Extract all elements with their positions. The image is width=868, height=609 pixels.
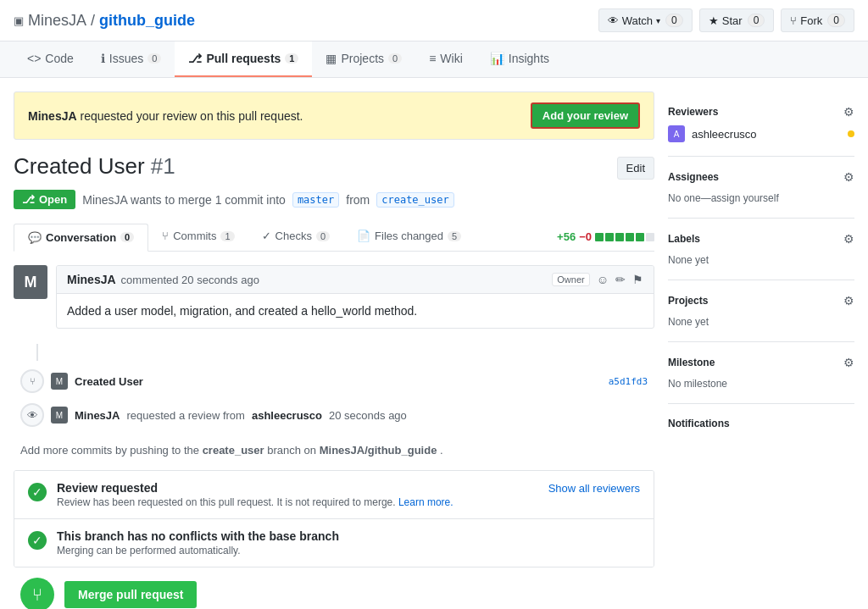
diff-box-6 xyxy=(646,233,654,241)
fork-button[interactable]: ⑂ Fork 0 xyxy=(781,8,854,32)
timeline-line xyxy=(36,344,38,361)
sidebar-reviewers: Reviewers ⚙ A ashleecrusco xyxy=(668,91,854,157)
fork-count: 0 xyxy=(827,14,845,27)
milestone-empty: No milestone xyxy=(668,378,727,390)
conversation-label: Conversation xyxy=(46,231,116,244)
timeline-review: 👁 M MinesJA requested a review from ashl… xyxy=(20,396,648,434)
edit-button[interactable]: Edit xyxy=(617,157,654,180)
review-author: MinesJA xyxy=(75,409,120,422)
projects-empty: None yet xyxy=(668,316,709,328)
repo-owner[interactable]: MinesJA xyxy=(28,12,86,30)
milestone-gear[interactable]: ⚙ xyxy=(843,356,854,369)
insights-icon: 📊 xyxy=(490,52,504,65)
projects-sidebar-title: Projects xyxy=(668,295,708,307)
add-review-button[interactable]: Add your review xyxy=(531,102,640,129)
subtab-checks[interactable]: ✓ Checks 0 xyxy=(248,223,343,251)
commit-avatar-sm: M xyxy=(51,373,68,390)
comment-wrapper: M MinesJA commented 20 seconds ago Owner… xyxy=(14,265,654,329)
from-text: from xyxy=(346,193,370,207)
push-after: branch on xyxy=(267,444,316,457)
subtab-fileschanged[interactable]: 📄 Files changed 5 xyxy=(343,223,475,251)
checks-count: 0 xyxy=(316,231,330,241)
emoji-button[interactable]: ☺ xyxy=(597,273,609,286)
milestone-title: Milestone xyxy=(668,357,715,368)
pr-meta-text: MinesJA wants to merge 1 commit into xyxy=(82,193,286,207)
eye-timeline-icon: 👁 xyxy=(20,403,44,427)
diff-box-4 xyxy=(626,233,634,241)
fileschanged-count: 5 xyxy=(448,231,461,241)
base-branch: master xyxy=(292,192,339,208)
assignees-title: Assignees xyxy=(668,171,719,183)
repo-icon: ▣ xyxy=(14,14,24,27)
subtab-conversation[interactable]: 💬 Conversation 0 xyxy=(14,224,148,252)
sidebar: Reviewers ⚙ A ashleecrusco Assignees ⚙ N… xyxy=(668,91,854,609)
reviewer-pending-dot xyxy=(848,130,854,137)
commit-hash: a5d1fd3 xyxy=(609,376,648,387)
diff-boxes xyxy=(595,233,654,241)
eye-icon: 👁 xyxy=(608,14,619,27)
wiki-icon: ≡ xyxy=(429,52,436,65)
subtab-commits[interactable]: ⑂ Commits 1 xyxy=(148,223,248,251)
conversation-icon: 💬 xyxy=(28,231,42,244)
checks-icon: ✓ xyxy=(262,230,271,242)
reviewer-name[interactable]: ashleecrusco xyxy=(692,128,757,141)
projects-icon: ▦ xyxy=(326,52,337,65)
insights-label: Insights xyxy=(509,52,549,65)
assignees-gear[interactable]: ⚙ xyxy=(843,170,854,184)
check-merge-title: This branch has no conflicts with the ba… xyxy=(57,529,339,543)
labels-empty: None yet xyxy=(668,254,709,266)
check-review-item: ✓ Review requested Show all reviewers Re… xyxy=(14,471,654,519)
flag-icon[interactable]: ⚑ xyxy=(632,273,643,286)
tab-code[interactable]: <> Code xyxy=(14,42,87,77)
repo-name[interactable]: github_guide xyxy=(99,12,195,30)
tab-pullrequests[interactable]: ⎇ Pull requests 1 xyxy=(175,42,312,77)
banner-username: MinesJA xyxy=(28,109,77,123)
status-checks: ✓ Review requested Show all reviewers Re… xyxy=(14,470,654,567)
diff-box-2 xyxy=(605,233,614,241)
review-time: 20 seconds ago xyxy=(329,409,407,422)
commits-label: Commits xyxy=(173,230,216,242)
tab-insights[interactable]: 📊 Insights xyxy=(476,42,563,77)
watch-label: Watch xyxy=(622,14,653,27)
diff-box-3 xyxy=(615,233,624,241)
diff-box-1 xyxy=(595,233,604,241)
learn-more-link[interactable]: Learn more. xyxy=(398,496,453,508)
star-button[interactable]: ★ Star 0 xyxy=(699,8,775,32)
watch-button[interactable]: 👁 Watch ▾ 0 xyxy=(598,8,693,32)
check-merge-item: ✓ This branch has no conflicts with the … xyxy=(14,519,654,567)
fork-label: Fork xyxy=(800,14,822,27)
check-merge-icon: ✓ xyxy=(28,531,47,550)
nav-tabs: <> Code ℹ Issues 0 ⎇ Pull requests 1 ▦ P… xyxy=(0,42,868,78)
projects-gear[interactable]: ⚙ xyxy=(843,294,854,307)
tab-projects[interactable]: ▦ Projects 0 xyxy=(312,42,415,77)
reviewers-gear[interactable]: ⚙ xyxy=(843,105,854,119)
labels-gear[interactable]: ⚙ xyxy=(843,232,854,246)
primary-content: MinesJA requested your review on this pu… xyxy=(14,91,654,609)
merge-left-icon: ⑂ xyxy=(20,578,54,609)
sidebar-assignees: Assignees ⚙ No one—assign yourself xyxy=(668,157,854,219)
notifications-title: Notifications xyxy=(668,418,730,429)
commits-icon: ⑂ xyxy=(162,230,169,242)
show-reviewers-link[interactable]: Show all reviewers xyxy=(548,482,640,495)
edit-icon[interactable]: ✏ xyxy=(615,273,626,286)
tab-issues[interactable]: ℹ Issues 0 xyxy=(87,42,175,77)
merge-button[interactable]: Merge pull request xyxy=(64,581,197,608)
review-text: requested a review from xyxy=(126,409,244,422)
timeline-commit-item xyxy=(20,339,648,366)
notifications-header: Notifications xyxy=(668,418,854,429)
sub-tabs: 💬 Conversation 0 ⑂ Commits 1 ✓ Checks 0 … xyxy=(14,223,654,252)
pr-open-icon: ⎇ xyxy=(22,193,35,206)
tab-wiki[interactable]: ≡ Wiki xyxy=(415,42,476,77)
check-review-content: Review requested Show all reviewers Revi… xyxy=(57,481,640,508)
comment-time: commented 20 seconds ago xyxy=(121,274,259,286)
timeline: ⑂ M Created User a5d1fd3 👁 M MinesJA req… xyxy=(14,339,654,434)
fork-icon: ⑂ xyxy=(790,14,797,27)
pr-meta: ⎇ Open MinesJA wants to merge 1 commit i… xyxy=(14,190,654,209)
milestone-header: Milestone ⚙ xyxy=(668,356,854,369)
pr-status: Open xyxy=(39,193,67,206)
comment-box: MinesJA commented 20 seconds ago Owner ☺… xyxy=(56,265,654,329)
conversation-count: 0 xyxy=(120,232,134,242)
sidebar-labels: Labels ⚙ None yet xyxy=(668,219,854,280)
check-review-desc-text: Review has been requested on this pull r… xyxy=(57,496,396,508)
checks-label: Checks xyxy=(275,230,312,242)
